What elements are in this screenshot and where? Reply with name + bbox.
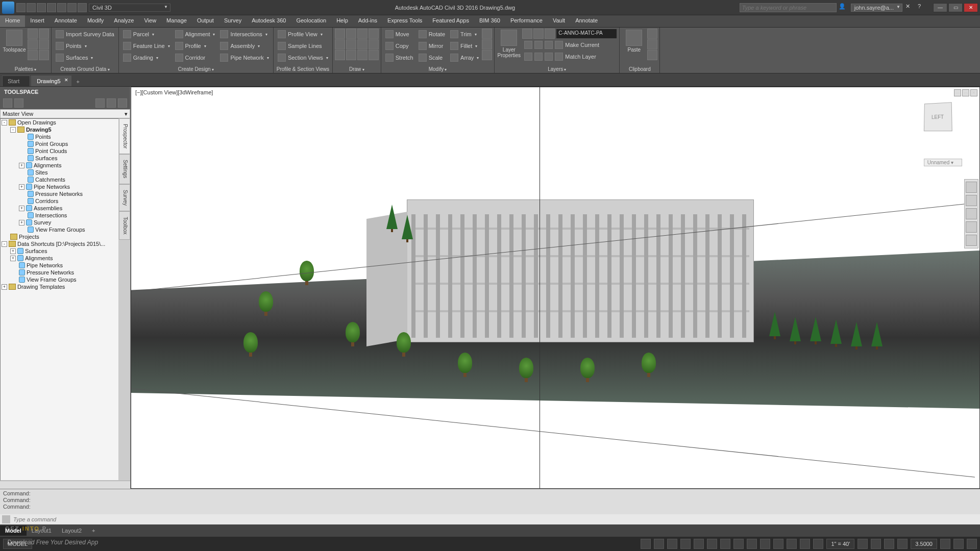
ribbon-tab-manage[interactable]: Manage [161, 15, 192, 27]
profileview-button[interactable]: Profile View [276, 29, 330, 40]
expand-icon[interactable]: + [10, 256, 16, 261]
signin-icon[interactable]: 👤 [839, 3, 848, 12]
toolspace-icon[interactable] [95, 98, 105, 108]
expand-icon[interactable]: + [2, 284, 7, 290]
scale-button[interactable]: Scale [416, 52, 447, 63]
palette-icon[interactable] [28, 29, 38, 39]
add-layout-button[interactable]: + [87, 525, 100, 536]
group-label[interactable]: Create Design [121, 66, 271, 73]
ribbon-tab-output[interactable]: Output [192, 15, 219, 27]
ribbon-tab-geolocation[interactable]: Geolocation [291, 15, 331, 27]
lwt-icon[interactable] [733, 539, 744, 549]
help-icon[interactable] [118, 98, 127, 108]
import-survey-button[interactable]: Import Survey Data [54, 29, 116, 40]
qat-redo-icon[interactable] [78, 3, 87, 12]
group-label[interactable]: Draw [335, 66, 379, 73]
expand-icon[interactable]: - [2, 120, 7, 126]
tree-node[interactable]: +Alignments [1, 255, 118, 262]
app-icon[interactable] [2, 2, 14, 14]
qat-saveas-icon[interactable] [47, 3, 56, 12]
group-label[interactable]: Create Ground Data [54, 66, 116, 73]
qat-open-icon[interactable] [27, 3, 36, 12]
otrack-icon[interactable] [707, 539, 717, 549]
tree-node[interactable]: Corridors [1, 197, 118, 205]
assembly-button[interactable]: Assembly [218, 40, 271, 52]
decimal-readout[interactable]: 3.5000 [911, 539, 937, 549]
viewport-close-icon[interactable]: ✕ [970, 89, 977, 96]
viewport-label[interactable]: [−][Custom View][3dWireframe] [135, 89, 213, 95]
expand-icon[interactable]: + [10, 248, 16, 254]
3dosnap-icon[interactable] [773, 539, 783, 549]
palette-icon[interactable] [39, 50, 49, 60]
gizmo-icon[interactable] [813, 539, 823, 549]
status-icon[interactable] [871, 539, 881, 549]
palette-icon[interactable] [39, 29, 49, 39]
ribbon-tab-help[interactable]: Help [331, 15, 353, 27]
ortho-icon[interactable] [667, 539, 677, 549]
ribbon-tab-home[interactable]: Home [0, 15, 25, 27]
palette-icon[interactable] [39, 39, 49, 49]
grid-icon[interactable] [641, 539, 651, 549]
ribbon-tab-view[interactable]: View [139, 15, 161, 27]
paste-button[interactable]: Paste [622, 29, 646, 54]
close-button[interactable]: ✕ [964, 3, 978, 12]
rotate-button[interactable]: Rotate [416, 29, 447, 40]
layerstate-icon[interactable] [522, 29, 532, 39]
copy-button[interactable]: Copy [383, 40, 415, 52]
maximize-button[interactable]: ▭ [948, 3, 963, 12]
tree-node[interactable]: Intersections [1, 212, 118, 219]
hatch-icon[interactable] [346, 50, 356, 60]
makecurrent-button[interactable]: Make Current [522, 39, 617, 51]
ellipse-icon[interactable] [335, 50, 345, 60]
palette-icon[interactable] [28, 50, 38, 60]
arc-icon[interactable] [357, 29, 368, 39]
viewcube[interactable]: LEFT [923, 103, 959, 138]
toolspace-tab-prospector[interactable]: Prospector [119, 118, 130, 154]
modify-icon[interactable] [482, 39, 492, 49]
draw-icon[interactable] [357, 50, 368, 60]
toolspace-icon[interactable] [107, 98, 116, 108]
toolspace-icon[interactable] [3, 98, 12, 108]
draw-icon[interactable] [357, 39, 368, 49]
gear-icon[interactable] [857, 539, 868, 549]
workspace-dropdown[interactable]: Civil 3D [89, 4, 170, 12]
ribbon-tab-featured-apps[interactable]: Featured Apps [427, 15, 474, 27]
modify-icon[interactable] [482, 50, 492, 60]
expand-icon[interactable]: + [19, 206, 24, 211]
ribbon-tab-autodesk-360[interactable]: Autodesk 360 [247, 15, 291, 27]
tree-node[interactable]: -Drawing5 [1, 126, 118, 133]
rect-icon[interactable] [346, 39, 356, 49]
group-label[interactable]: Modify [383, 66, 493, 73]
orbit-icon[interactable] [966, 221, 977, 233]
tree-node[interactable]: Point Groups [1, 140, 118, 147]
grading-button[interactable]: Grading [121, 52, 172, 63]
user-account-dropdown[interactable]: john.sayre@a... [851, 4, 902, 12]
qat-undo-icon[interactable] [67, 3, 77, 12]
status-icon[interactable] [884, 539, 894, 549]
polyline-icon[interactable] [346, 29, 356, 39]
tree-node[interactable]: View Frame Groups [1, 276, 118, 283]
add-tab-button[interactable]: + [72, 77, 84, 86]
corridor-button[interactable]: Corridor [173, 52, 217, 63]
ribbon-tab-survey[interactable]: Survey [219, 15, 247, 27]
viewport-min-icon[interactable]: — [954, 89, 961, 96]
tree-node[interactable]: Pressure Networks [1, 269, 118, 276]
layerstate-icon[interactable] [533, 29, 544, 39]
tree-node[interactable]: Pipe Networks [1, 262, 118, 269]
polar-icon[interactable] [680, 539, 691, 549]
line-icon[interactable] [335, 29, 345, 39]
ribbon-tab-add-ins[interactable]: Add-ins [353, 15, 382, 27]
command-history[interactable]: Command:Command:Command: [0, 489, 980, 514]
tree-node[interactable]: -Data Shortcuts [D:\Projects 2015\... [1, 240, 118, 247]
matchlayer-button[interactable]: Match Layer [522, 51, 617, 62]
tree-node[interactable]: +Alignments [1, 162, 118, 169]
toolspace-tab-settings[interactable]: Settings [119, 154, 130, 184]
ribbon-tab-performance[interactable]: Performance [505, 15, 548, 27]
fillet-button[interactable]: Fillet [448, 40, 481, 52]
points-button[interactable]: Points [54, 40, 116, 52]
featureline-button[interactable]: Feature Line [121, 40, 172, 52]
copy-icon[interactable] [647, 39, 657, 49]
minimize-button[interactable]: — [933, 3, 947, 12]
visualstyle-dropdown[interactable]: Unnamed [924, 159, 962, 166]
dyn-ucs-icon[interactable] [787, 539, 797, 549]
